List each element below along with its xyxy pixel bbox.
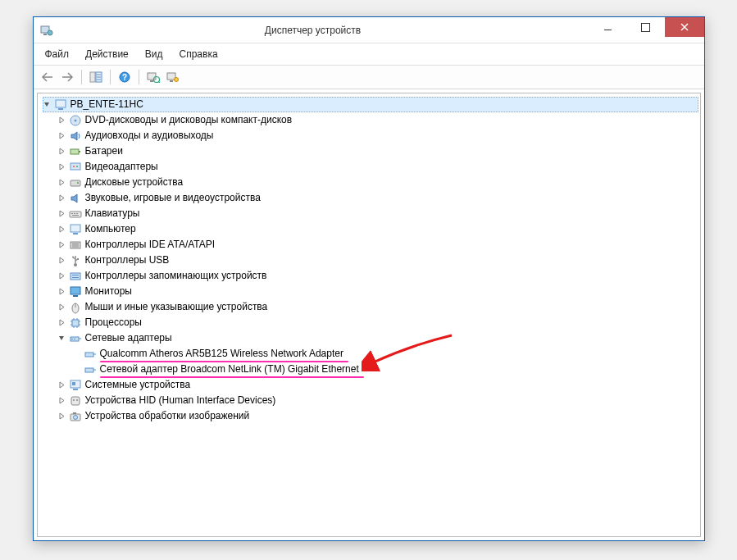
expand-icon[interactable]	[57, 162, 66, 171]
tree-label: Устройства HID (Human Interface Devices)	[85, 393, 276, 408]
content-frame: PB_ENTE-11HC DVD-дисководы и дисководы к…	[37, 93, 701, 537]
collapse-icon[interactable]	[57, 334, 66, 343]
menu-action[interactable]: Действие	[79, 47, 135, 61]
title-bar: Диспетчер устройств	[34, 17, 704, 43]
tree-item-usb[interactable]: Контроллеры USB	[57, 253, 698, 268]
svg-rect-52	[72, 320, 79, 326]
tree-item-keyboard[interactable]: Клавиатуры	[57, 206, 698, 221]
tree-item-disk[interactable]: Дисковые устройства	[57, 175, 698, 190]
window-controls	[589, 17, 704, 43]
maximize-button[interactable]	[627, 17, 665, 37]
svg-rect-31	[71, 213, 73, 214]
expand-icon[interactable]	[57, 318, 66, 327]
expand-icon[interactable]	[57, 193, 66, 203]
tree-item-hid[interactable]: Устройства HID (Human Interface Devices)	[57, 393, 698, 408]
tree-label: Qualcomm Atheros AR5B125 Wireless Networ…	[100, 346, 343, 362]
expand-icon[interactable]	[57, 303, 66, 312]
tree-label: Мыши и иные указывающие устройства	[85, 299, 268, 315]
svg-rect-17	[170, 80, 173, 82]
tree-item-monitor[interactable]: Мониторы	[57, 284, 698, 299]
expand-icon[interactable]	[57, 116, 66, 125]
toolbar-show-hidden-button[interactable]	[87, 68, 105, 86]
toolbar-separator	[81, 70, 82, 84]
tree-item-video[interactable]: Видеоадаптеры	[57, 159, 698, 175]
tree-item-ethernet-adapter[interactable]: Сетевой адаптер Broadcom NetLink (TM) Gi…	[72, 362, 698, 377]
expand-icon[interactable]	[57, 225, 66, 234]
svg-rect-72	[71, 397, 80, 405]
svg-rect-47	[72, 277, 79, 278]
svg-rect-63	[71, 339, 73, 339]
disk-drive-icon	[69, 176, 82, 189]
network-adapter-icon	[69, 332, 82, 345]
computer-icon	[54, 98, 67, 112]
mouse-icon	[69, 301, 82, 314]
tree-item-storage[interactable]: Контроллеры запоминающих устройств	[57, 268, 698, 284]
tree-item-cpu[interactable]: Процессоры	[57, 315, 698, 330]
expand-icon[interactable]	[57, 147, 66, 156]
computer-icon	[69, 223, 82, 236]
tree-item-network[interactable]: Сетевые адаптеры	[57, 330, 698, 346]
expand-icon[interactable]	[57, 178, 66, 187]
expand-icon[interactable]	[57, 380, 66, 389]
menu-bar: Файл Действие Вид Справка	[34, 43, 704, 66]
tree-item-sound[interactable]: Звуковые, игровые и видеоустройства	[57, 190, 698, 206]
tree-item-audio[interactable]: Аудиовходы и аудиовыходы	[57, 128, 698, 143]
tree-item-ide[interactable]: Контроллеры IDE ATA/ATAPI	[57, 237, 698, 253]
menu-file[interactable]: Файл	[39, 47, 76, 61]
svg-point-27	[76, 166, 78, 167]
expand-icon[interactable]	[57, 271, 66, 280]
menu-help[interactable]: Справка	[173, 47, 225, 61]
svg-rect-25	[71, 163, 80, 170]
svg-rect-5	[90, 72, 95, 82]
toolbar-scan-hardware-button[interactable]	[144, 68, 162, 86]
expand-icon[interactable]	[57, 256, 66, 265]
svg-rect-48	[71, 287, 80, 294]
close-button[interactable]	[665, 17, 704, 37]
svg-rect-71	[72, 382, 75, 385]
tree-item-dvd[interactable]: DVD-дисководы и дисководы компакт-дисков	[57, 112, 698, 128]
svg-point-18	[174, 78, 178, 82]
svg-rect-20	[58, 108, 63, 110]
expand-icon[interactable]	[57, 209, 66, 218]
nav-back-button[interactable]	[39, 68, 57, 86]
svg-rect-24	[79, 151, 80, 153]
svg-rect-67	[85, 368, 93, 372]
expand-icon[interactable]	[57, 396, 66, 405]
expand-icon[interactable]	[57, 412, 66, 421]
menu-view[interactable]: Вид	[139, 47, 170, 61]
tree-label: Сетевой адаптер Broadcom NetLink (TM) Gi…	[100, 362, 359, 377]
tree-item-system[interactable]: Системные устройства	[57, 377, 698, 393]
svg-rect-36	[73, 233, 78, 234]
minimize-button[interactable]	[589, 17, 627, 37]
svg-point-29	[77, 182, 79, 184]
svg-point-26	[73, 166, 75, 167]
toolbar-help-button[interactable]: ?	[116, 68, 134, 86]
svg-rect-64	[74, 339, 75, 339]
expand-icon[interactable]	[57, 131, 66, 140]
svg-rect-1	[43, 34, 47, 35]
svg-rect-33	[76, 213, 78, 214]
svg-rect-77	[73, 412, 76, 414]
tree-item-wifi-adapter[interactable]: Qualcomm Atheros AR5B125 Wireless Networ…	[72, 346, 698, 362]
tree-label: DVD-дисководы и дисководы компакт-дисков	[85, 112, 293, 128]
svg-rect-34	[72, 215, 79, 216]
tree-item-computer[interactable]: Компьютер	[57, 221, 698, 237]
tree-label: Системные устройства	[85, 377, 191, 393]
expand-icon[interactable]	[57, 287, 66, 296]
toolbar-properties-button[interactable]	[164, 68, 182, 86]
nav-forward-button[interactable]	[58, 68, 76, 86]
svg-rect-45	[71, 273, 80, 280]
tree-label: Устройства обработки изображений	[85, 408, 250, 424]
ide-controller-icon	[69, 239, 82, 252]
device-tree[interactable]: PB_ENTE-11HC DVD-дисководы и дисководы к…	[38, 93, 700, 536]
tree-item-imaging[interactable]: Устройства обработки изображений	[57, 408, 698, 424]
collapse-icon[interactable]	[43, 100, 52, 109]
tree-item-mouse[interactable]: Мыши и иные указывающие устройства	[57, 299, 698, 315]
tree-root[interactable]: PB_ENTE-11HC	[43, 97, 698, 112]
expand-icon[interactable]	[57, 240, 66, 249]
app-icon	[39, 22, 55, 39]
tree-item-battery[interactable]: Батареи	[57, 143, 698, 159]
svg-line-15	[158, 82, 160, 84]
battery-icon	[69, 145, 82, 158]
svg-point-74	[76, 399, 78, 401]
